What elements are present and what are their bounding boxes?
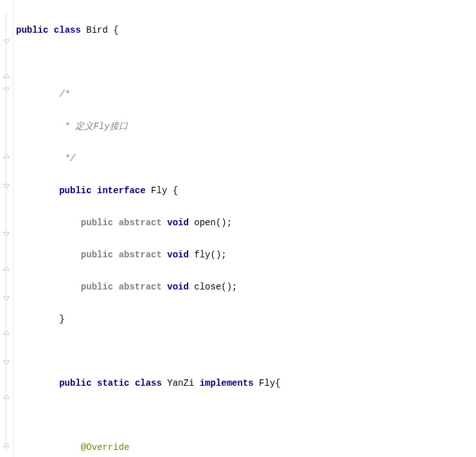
fold-marker-icon[interactable] <box>2 87 11 96</box>
code-editor[interactable]: public class Bird { /* * 定义Fly接口 */ publ… <box>13 0 476 457</box>
code-line[interactable]: public class Bird { <box>16 22 476 39</box>
fold-end-icon[interactable] <box>2 392 11 401</box>
code-line[interactable]: * 定义Fly接口 <box>16 119 476 135</box>
fold-marker-icon[interactable] <box>2 359 11 368</box>
fold-end-icon[interactable] <box>2 263 11 272</box>
fold-end-icon[interactable] <box>2 151 11 160</box>
code-line[interactable]: /* <box>16 87 476 103</box>
code-line[interactable] <box>16 55 476 71</box>
fold-end-icon[interactable] <box>2 440 11 449</box>
code-line[interactable] <box>16 343 476 359</box>
code-line[interactable] <box>16 408 476 424</box>
code-line[interactable]: } <box>16 311 476 327</box>
code-line[interactable]: */ <box>16 151 476 167</box>
fold-marker-icon[interactable] <box>2 231 11 240</box>
code-line[interactable]: public abstract void fly(); <box>16 247 476 263</box>
fold-end-icon[interactable] <box>2 327 11 336</box>
code-line[interactable]: public static class YanZi implements Fly… <box>16 375 476 392</box>
code-line[interactable]: @Override <box>16 440 476 456</box>
editor-gutter <box>0 0 13 457</box>
fold-marker-icon[interactable] <box>2 39 11 47</box>
fold-marker-icon[interactable] <box>2 295 11 304</box>
fold-end-icon[interactable] <box>2 71 11 80</box>
code-line[interactable]: public abstract void close(); <box>16 279 476 295</box>
fold-marker-icon[interactable] <box>2 183 11 192</box>
code-line[interactable]: public abstract void open(); <box>16 215 476 231</box>
code-line[interactable]: public interface Fly { <box>16 183 476 199</box>
